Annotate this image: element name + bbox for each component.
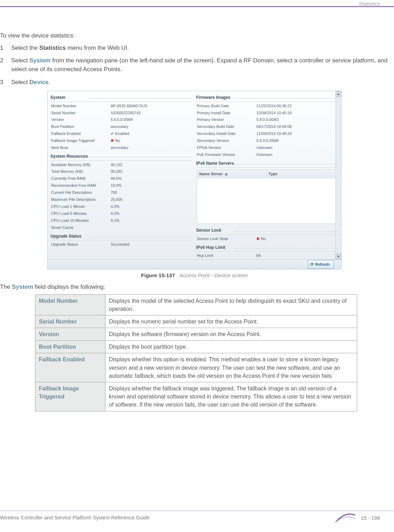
row-key: Secondary Install Date [197, 131, 256, 137]
intro-text: To view the device statistics: [0, 32, 389, 40]
check-icon: ✔ [111, 131, 114, 136]
desc-key: Fallback Enabled [35, 353, 105, 382]
figure-title: Access Point - Device screen [179, 272, 248, 278]
scroll-down-icon[interactable]: ▼ [336, 254, 341, 259]
row-key: CPU Load 1 Minute [51, 204, 111, 210]
upgrade-row: Upgrade StatusSuccessful [50, 241, 192, 248]
group-firmware-rows: Primary Build Date11/25/2014 00:36:22Pri… [195, 103, 338, 159]
row-key: Smart Cache [51, 225, 111, 231]
page-footer: Wireless Controller and Service Platform… [0, 513, 394, 523]
row-value: 700 [111, 190, 191, 196]
right-column: Firmware Images Primary Build Date11/25/… [195, 93, 338, 259]
desc-key: Model Number [35, 294, 105, 315]
row-value: 10260522200743 [111, 110, 191, 116]
step3-pre: Select [11, 79, 29, 86]
system-row: Version5.6.0.0-056R [50, 116, 192, 123]
resources-row: Recommended Free RAM10.0% [50, 182, 192, 189]
sensor-row: Sensor Lock State✖No [195, 236, 338, 243]
footer-page-number: 15 - 198 [361, 514, 380, 522]
row-value: 12/04/2014 10:49:33 [256, 131, 336, 137]
group-sensor-rows: Sensor Lock State✖No [195, 236, 338, 243]
desc-value: Displays the model of the selected Acces… [105, 294, 357, 315]
figure-number: Figure 15-137 [141, 272, 175, 278]
row-value: 44.5% [111, 176, 191, 182]
system-row: Next Bootsecondary [50, 144, 192, 151]
row-value-text: 04/17/2014 18:58:06 [256, 124, 292, 129]
row-key: Primary Version [197, 117, 256, 123]
x-icon: ✖ [256, 237, 260, 241]
row-value-text: 5.6.0.0-056R [256, 138, 279, 143]
row-key: Version [51, 117, 111, 123]
step1-pre: Select the [11, 45, 39, 51]
row-value [111, 225, 191, 231]
row-value: 4.2% [111, 211, 191, 217]
system-row: Model NumberAP-6532-66040-OUS [50, 103, 192, 110]
ipv6-col-type[interactable]: Type [267, 170, 336, 178]
system-row: Boot Partitionsecondary [50, 123, 192, 130]
sort-icon[interactable]: ◉ [224, 172, 228, 176]
row-value: 12/04/2014 10:40:16 [256, 110, 336, 116]
resources-row: Current File Descriptors700 [50, 189, 192, 196]
row-value-text: Successful [111, 242, 129, 246]
table-row: Fallback Image TriggeredDisplays whether… [35, 382, 357, 411]
refresh-icon: ⟳ [310, 261, 314, 267]
row-key: Next Boot [51, 145, 111, 151]
row-value: 90,092 [111, 169, 191, 175]
resources-row: CPU Load 5 Minutes4.2% [50, 210, 192, 217]
row-value: 4.1% [111, 218, 191, 224]
row-key: Total Memory (KB) [51, 169, 111, 175]
row-key: Maximum File Descriptors [51, 197, 111, 203]
left-column: System Model NumberAP-6532-66040-OUSSeri… [50, 93, 192, 259]
row-value-text: Unknown [256, 145, 272, 150]
page-content: To view the device statistics: Select th… [0, 28, 394, 411]
row-key: CPU Load 5 Minutes [51, 211, 111, 217]
table-row: Boot PartitionDisplays the boot partitio… [35, 341, 357, 353]
row-value: Unknown [256, 145, 336, 151]
row-value-text: 10.0% [111, 183, 122, 187]
step-1: Select the Statistics menu from the Web … [0, 44, 389, 53]
firmware-row: Secondary Build Date04/17/2014 18:58:06 [195, 123, 338, 130]
desc-value: Displays the numeric serial number set f… [105, 315, 357, 328]
row-value-text: 12/04/2014 10:49:33 [256, 131, 292, 136]
row-key: Secondary Version [197, 138, 256, 144]
row-value: secondary [111, 124, 191, 130]
refresh-button[interactable]: ⟳ Refresh [308, 260, 334, 269]
group-system-rows: Model NumberAP-6532-66040-OUSSerial Numb… [50, 103, 192, 152]
row-key: FPGA Version [197, 145, 256, 151]
row-key: Sensor Lock State [197, 236, 256, 242]
row-value-text: 5.6.0.0-056R [111, 117, 133, 122]
row-key: Currently Free RAM [51, 176, 111, 182]
description-table: Model NumberDisplays the model of the se… [35, 294, 357, 411]
row-value: 40,152 [111, 162, 191, 168]
step3-bold: Device [29, 79, 49, 86]
row-value: AP-6532-66040-OUS [111, 103, 191, 109]
row-value-text: secondary [111, 124, 129, 129]
ipv6-col-nameserver[interactable]: Name Server ◉ [197, 170, 267, 178]
system-note-bold: System [12, 284, 33, 290]
row-value-text: Enabled [115, 131, 129, 136]
system-row: Fallback Image Triggered✖No [50, 137, 192, 144]
firmware-row: PoE Firmware VersionUnknown [195, 151, 338, 158]
steps-list: Select the Statistics menu from the Web … [0, 44, 389, 87]
table-row: Fallback EnabledDisplays whether this op… [35, 353, 357, 382]
row-value: secondary [111, 145, 191, 151]
resources-row: Total Memory (KB)90,092 [50, 168, 192, 175]
step3-post: . [49, 79, 50, 86]
firmware-row: Primary Build Date11/25/2014 00:36:22 [195, 103, 338, 110]
row-key: Recommended Free RAM [51, 183, 111, 189]
step-3: Select Device. [0, 78, 389, 87]
desc-key: Version [35, 328, 105, 341]
row-value-text: 4.1% [111, 218, 119, 223]
screenshot-footer: ⟳ Refresh [48, 259, 341, 269]
footer-swoosh-icon [335, 513, 356, 523]
row-value: 11/25/2014 00:36:22 [256, 103, 336, 109]
step-2: Select System from the navigation pane (… [0, 56, 389, 74]
row-value: Successful [111, 242, 191, 247]
group-ipv6ns-title: IPv6 Name Servers [195, 159, 338, 168]
firmware-row: Secondary Install Date12/04/2014 10:49:3… [195, 130, 338, 137]
row-value-text: 11/25/2014 00:36:22 [256, 104, 292, 108]
table-row: Serial NumberDisplays the numeric serial… [35, 315, 357, 328]
system-note: The System field displays the following: [0, 283, 389, 292]
group-resources-rows: Available Memory (KB)40,152Total Memory … [50, 162, 192, 231]
refresh-label: Refresh [315, 262, 330, 267]
